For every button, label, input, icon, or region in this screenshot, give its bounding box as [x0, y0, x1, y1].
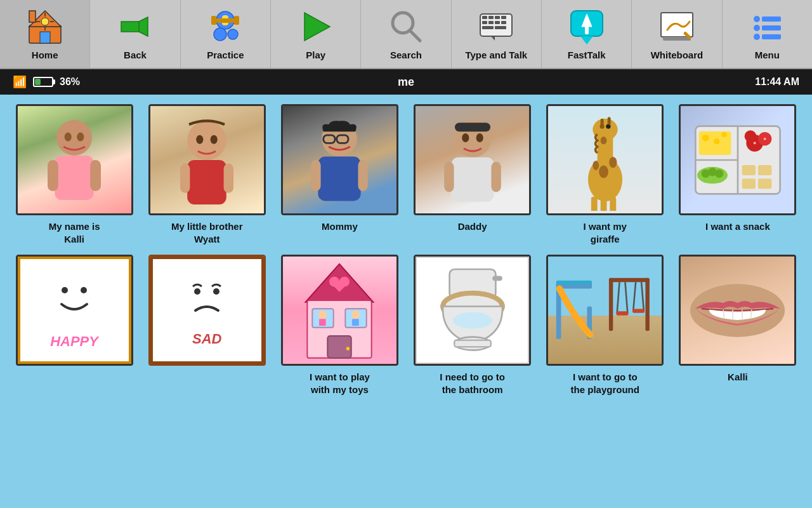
- svg-line-138: [641, 282, 644, 311]
- card-label-mommy: Mommy: [322, 220, 358, 233]
- svg-marker-36: [580, 36, 593, 44]
- svg-rect-2: [29, 11, 36, 22]
- status-center-text: me: [275, 76, 537, 89]
- svg-rect-41: [762, 17, 781, 22]
- card-image-playground: [546, 255, 664, 366]
- card-label-kalli2: Kalli: [728, 371, 748, 384]
- svg-point-13: [228, 29, 238, 39]
- svg-rect-71: [455, 123, 490, 131]
- home-label: Home: [32, 50, 58, 60]
- card-image-mommy: [281, 104, 398, 215]
- play-icon: [297, 8, 335, 46]
- card-label-giraffe: I want mygiraffe: [584, 220, 627, 245]
- card-image-bathroom: [414, 255, 531, 366]
- search-button[interactable]: Search: [361, 0, 451, 68]
- svg-marker-32: [491, 36, 495, 41]
- svg-rect-38: [663, 37, 691, 41]
- svg-point-75: [599, 165, 608, 178]
- svg-point-106: [62, 287, 68, 293]
- svg-rect-126: [492, 276, 502, 281]
- practice-button[interactable]: Practice: [181, 0, 271, 68]
- card-image-snack: [679, 104, 796, 215]
- svg-rect-16: [211, 16, 216, 25]
- card-label-daddy: Daddy: [458, 220, 487, 233]
- home-button[interactable]: Home: [0, 0, 90, 68]
- play-label: Play: [306, 50, 325, 60]
- svg-rect-81: [591, 196, 598, 210]
- svg-rect-82: [600, 196, 606, 210]
- sad-text: SAD: [192, 331, 221, 347]
- card-image-happy: HAPPY: [16, 255, 133, 366]
- fast-talk-button[interactable]: FastTalk: [542, 0, 632, 68]
- svg-rect-94: [742, 165, 756, 175]
- card-i-need-to-go-to-the-bathroom[interactable]: I need to go tothe bathroom: [411, 255, 534, 396]
- svg-rect-131: [609, 277, 650, 281]
- card-i-want-my-giraffe[interactable]: I want mygiraffe: [544, 104, 667, 245]
- svg-rect-22: [482, 16, 487, 19]
- svg-point-108: [194, 288, 200, 295]
- card-i-want-to-play-with-my-toys[interactable]: I want to playwith my toys: [278, 255, 401, 396]
- svg-point-77: [593, 161, 599, 170]
- svg-rect-97: [758, 178, 771, 189]
- svg-point-125: [452, 312, 492, 328]
- card-mommy[interactable]: Mommy: [278, 104, 401, 245]
- svg-rect-66: [451, 157, 494, 201]
- back-label: Back: [124, 50, 147, 60]
- svg-point-109: [213, 288, 219, 295]
- type-and-talk-button[interactable]: Type and Talk: [452, 0, 542, 68]
- card-label-kalli: My name isKalli: [49, 220, 100, 245]
- svg-rect-67: [444, 161, 454, 192]
- menu-icon: [748, 8, 786, 46]
- card-image-daddy: [414, 104, 531, 215]
- svg-point-40: [754, 16, 760, 22]
- svg-rect-49: [90, 160, 101, 191]
- battery-percent: 36%: [60, 76, 80, 88]
- card-i-want-a-snack[interactable]: I want a snack: [676, 104, 799, 245]
- svg-rect-30: [482, 26, 494, 29]
- svg-rect-45: [762, 34, 781, 39]
- card-i-want-to-go-to-the-playground[interactable]: I want to go tothe playground: [544, 255, 667, 396]
- search-icon: [387, 8, 425, 46]
- svg-rect-136: [617, 311, 629, 315]
- card-happy[interactable]: HAPPY: [13, 255, 136, 396]
- svg-rect-35: [585, 25, 589, 34]
- svg-point-92: [754, 142, 756, 144]
- card-my-little-brother-wyatt[interactable]: My little brotherWyatt: [145, 104, 268, 245]
- svg-rect-68: [491, 161, 501, 192]
- card-my-name-is-kalli[interactable]: My name isKalli: [13, 104, 136, 245]
- svg-point-4: [41, 18, 49, 25]
- svg-rect-62: [318, 156, 361, 201]
- svg-rect-53: [187, 160, 226, 204]
- svg-point-12: [214, 28, 226, 41]
- card-kalli2[interactable]: Kalli: [676, 255, 799, 396]
- wifi-icon: 📶: [13, 75, 27, 89]
- whiteboard-button[interactable]: Whiteboard: [632, 0, 722, 68]
- svg-rect-23: [488, 16, 494, 19]
- svg-rect-64: [358, 160, 368, 191]
- svg-rect-139: [632, 309, 645, 312]
- svg-rect-10: [121, 22, 139, 32]
- svg-line-135: [625, 282, 628, 313]
- svg-marker-18: [304, 13, 330, 41]
- svg-point-116: [318, 311, 327, 319]
- back-button[interactable]: Back: [90, 0, 180, 68]
- menu-button[interactable]: Menu: [723, 0, 812, 68]
- play-button[interactable]: Play: [271, 0, 361, 68]
- practice-label: Practice: [207, 50, 244, 60]
- svg-rect-29: [501, 21, 506, 24]
- card-image-dollhouse: [281, 255, 398, 366]
- card-label-toys: I want to playwith my toys: [310, 371, 370, 396]
- svg-rect-114: [328, 336, 351, 358]
- card-sad[interactable]: SAD: [145, 255, 268, 396]
- svg-point-80: [606, 124, 610, 128]
- svg-point-115: [346, 347, 350, 350]
- svg-rect-130: [556, 280, 592, 284]
- svg-rect-96: [742, 178, 756, 189]
- card-label-wyatt: My little brotherWyatt: [171, 220, 243, 245]
- svg-point-103: [702, 135, 709, 142]
- card-label-bathroom: I need to go tothe bathroom: [440, 371, 505, 396]
- card-daddy[interactable]: Daddy: [411, 104, 534, 245]
- svg-point-51: [77, 132, 84, 141]
- svg-point-118: [351, 311, 360, 319]
- svg-point-76: [609, 157, 617, 168]
